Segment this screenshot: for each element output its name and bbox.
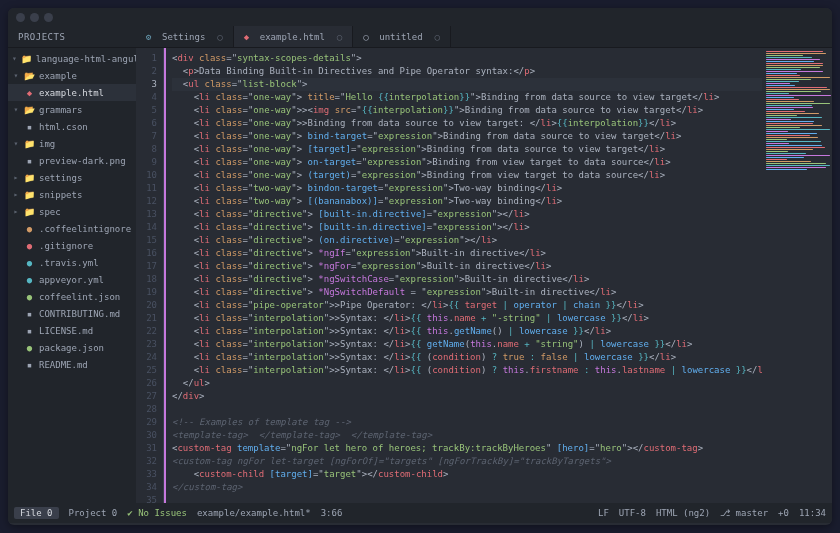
chevron-down-icon: ▾ (12, 106, 20, 114)
chevron-right-icon: ▸ (12, 191, 20, 199)
line-gutter: 1234567891011121314151617181920212223242… (136, 48, 164, 503)
sidebar-item-label: example (39, 71, 77, 81)
sidebar-item-grammars[interactable]: ▾📂grammars (8, 101, 136, 118)
sidebar-item-label: preview-dark.png (39, 156, 126, 166)
status-encoding[interactable]: UTF-8 (619, 508, 646, 518)
sidebar-item-label: .gitignore (39, 241, 93, 251)
sidebar-item-preview-dark-png[interactable]: ▪preview-dark.png (8, 152, 136, 169)
sidebar-item-label: grammars (39, 105, 82, 115)
minimap[interactable] (762, 48, 832, 503)
sidebar-item-label: .travis.yml (39, 258, 99, 268)
sidebar-item--coffeelintignore[interactable]: ●.coffeelintignore (8, 220, 136, 237)
tab-label: example.html (260, 32, 325, 42)
sidebar-item-label: img (39, 139, 55, 149)
tab-label: Settings (162, 32, 205, 42)
folder-icon: 📁 (21, 53, 32, 64)
sidebar-item-html-cson[interactable]: ▪html.cson (8, 118, 136, 135)
close-icon[interactable]: ○ (337, 32, 342, 42)
sidebar-item--travis-yml[interactable]: ●.travis.yml (8, 254, 136, 271)
tab-Settings[interactable]: ⚙Settings○ (136, 26, 234, 47)
sidebar-item-label: appveyor.yml (39, 275, 104, 285)
sidebar-item-label: snippets (39, 190, 82, 200)
status-project[interactable]: Project 0 (69, 508, 118, 518)
tab-untitled[interactable]: ○untitled○ (353, 26, 451, 47)
orange-icon: ● (24, 223, 35, 234)
sidebar-item-settings[interactable]: ▸📁settings (8, 169, 136, 186)
html-icon: ◆ (244, 32, 254, 42)
chevron-down-icon: ▾ (12, 55, 17, 63)
sidebar-item-label: package.json (39, 343, 104, 353)
sidebar-item-label: spec (39, 207, 61, 217)
traffic-light-max[interactable] (44, 13, 53, 22)
status-time: 11:34 (799, 508, 826, 518)
folder-icon: 📁 (24, 189, 35, 200)
tab-label: untitled (379, 32, 422, 42)
sidebar-item-img[interactable]: ▾📁img (8, 135, 136, 152)
status-bar: File 0 Project 0 ✔ No Issues example/exa… (8, 503, 832, 523)
file-icon: ▪ (24, 359, 35, 370)
status-lf[interactable]: LF (598, 508, 609, 518)
chevron-right-icon: ▸ (12, 174, 20, 182)
sidebar-item-label: example.html (39, 88, 104, 98)
file-icon: ▪ (24, 121, 35, 132)
status-path: example/example.html* (197, 508, 311, 518)
file-icon: ▪ (24, 155, 35, 166)
sidebar-item-label: html.cson (39, 122, 88, 132)
file-icon: ▪ (24, 325, 35, 336)
tab-example-html[interactable]: ◆example.html○ (234, 26, 353, 47)
titlebar (8, 8, 832, 26)
top-bar: PROJECTS ⚙Settings○◆example.html○○untitl… (8, 26, 832, 48)
sidebar-item-coffeelint-json[interactable]: ●coffeelint.json (8, 288, 136, 305)
projects-label: PROJECTS (8, 26, 136, 47)
sidebar: ▾📁language-html-angular▾📂example◆example… (8, 48, 136, 503)
folder-icon: 📁 (24, 138, 35, 149)
sidebar-item-spec[interactable]: ▸📁spec (8, 203, 136, 220)
status-language[interactable]: HTML (ng2) (656, 508, 710, 518)
ofold-icon: 📂 (24, 70, 35, 81)
status-issues[interactable]: ✔ No Issues (127, 508, 187, 518)
file-icon: ○ (363, 32, 373, 42)
sidebar-item-appveyor-yml[interactable]: ●appveyor.yml (8, 271, 136, 288)
chevron-down-icon: ▾ (12, 72, 20, 80)
sidebar-item-label: language-html-angular (36, 54, 136, 64)
folder-icon: 📁 (24, 172, 35, 183)
close-icon[interactable]: ○ (435, 32, 440, 42)
sidebar-item-label: settings (39, 173, 82, 183)
chevron-right-icon: ▸ (12, 208, 20, 216)
sidebar-item-label: CONTRIBUTING.md (39, 309, 120, 319)
tab-bar: ⚙Settings○◆example.html○○untitled○ (136, 26, 451, 47)
green-icon: ● (24, 342, 35, 353)
sidebar-item-CONTRIBUTING-md[interactable]: ▪CONTRIBUTING.md (8, 305, 136, 322)
sidebar-item-language-html-angular[interactable]: ▾📁language-html-angular (8, 50, 136, 67)
sidebar-item-example-html[interactable]: ◆example.html (8, 84, 136, 101)
sidebar-item-label: LICENSE.md (39, 326, 93, 336)
status-branch[interactable]: ⎇ master (720, 508, 768, 518)
traffic-light-min[interactable] (30, 13, 39, 22)
app-window: PROJECTS ⚙Settings○◆example.html○○untitl… (8, 8, 832, 525)
folder-icon: 📁 (24, 206, 35, 217)
main-body: ▾📁language-html-angular▾📂example◆example… (8, 48, 832, 503)
sidebar-item-label: .coffeelintignore (39, 224, 131, 234)
cog-icon: ⚙ (146, 32, 156, 42)
code-area[interactable]: <div class="syntax-scopes-details"> <p>D… (164, 48, 762, 503)
status-cursor: 3:66 (321, 508, 343, 518)
close-icon[interactable]: ○ (217, 32, 222, 42)
sidebar-item-label: README.md (39, 360, 88, 370)
red-icon: ● (24, 240, 35, 251)
green-icon: ● (24, 291, 35, 302)
sidebar-item-label: coffeelint.json (39, 292, 120, 302)
cyan-icon: ● (24, 274, 35, 285)
sidebar-item-snippets[interactable]: ▸📁snippets (8, 186, 136, 203)
status-diff: +0 (778, 508, 789, 518)
editor[interactable]: 1234567891011121314151617181920212223242… (136, 48, 832, 503)
html-icon: ◆ (24, 87, 35, 98)
traffic-light-close[interactable] (16, 13, 25, 22)
sidebar-item--gitignore[interactable]: ●.gitignore (8, 237, 136, 254)
cyan-icon: ● (24, 257, 35, 268)
sidebar-item-example[interactable]: ▾📂example (8, 67, 136, 84)
chevron-down-icon: ▾ (12, 140, 20, 148)
status-file[interactable]: File 0 (14, 507, 59, 519)
sidebar-item-README-md[interactable]: ▪README.md (8, 356, 136, 373)
sidebar-item-LICENSE-md[interactable]: ▪LICENSE.md (8, 322, 136, 339)
sidebar-item-package-json[interactable]: ●package.json (8, 339, 136, 356)
